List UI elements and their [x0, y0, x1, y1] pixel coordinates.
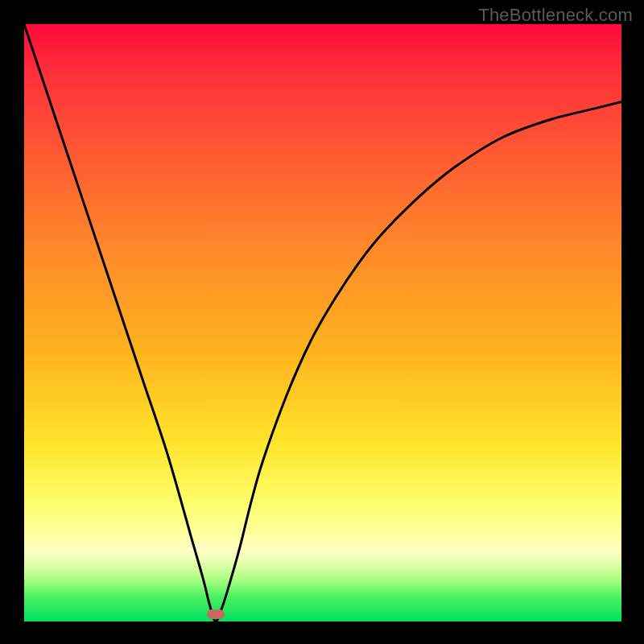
chart-frame: TheBottleneck.com [0, 0, 644, 644]
bottleneck-curve [0, 0, 644, 644]
curve-path [24, 24, 621, 621]
optimal-marker [207, 609, 225, 619]
watermark-text: TheBottleneck.com [478, 5, 633, 26]
